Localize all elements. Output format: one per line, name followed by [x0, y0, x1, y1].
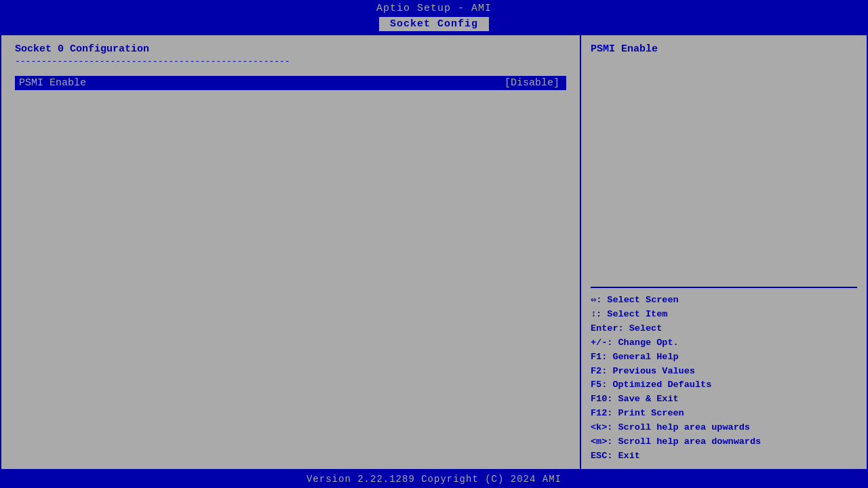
- shortcut-item: +/-: Change Opt.: [591, 336, 857, 350]
- shortcut-item: Enter: Select: [591, 322, 857, 336]
- shortcut-item: ESC: Exit: [591, 449, 857, 464]
- shortcut-item: F2: Previous Values: [591, 365, 857, 379]
- config-item-value-psmi: [Disable]: [505, 77, 562, 89]
- shortcut-item: ↕: Select Item: [591, 308, 857, 322]
- help-divider: [591, 287, 857, 288]
- shortcut-item: F5: Optimized Defaults: [591, 378, 857, 392]
- shortcut-item: F1: General Help: [591, 350, 857, 365]
- keyboard-shortcuts: ⇔: Select Screen↕: Select ItemEnter: Sel…: [591, 293, 857, 469]
- tab-bar: Socket Config: [0, 16, 868, 34]
- config-item-psmi-enable[interactable]: PSMI Enable [Disable]: [15, 76, 566, 90]
- footer: Version 2.22.1289 Copyright (C) 2024 AMI: [0, 470, 868, 488]
- help-text: PSMI Enable: [591, 43, 658, 55]
- app-title: Aptio Setup - AMI: [0, 3, 868, 14]
- version-text: Version 2.22.1289 Copyright (C) 2024 AMI: [0, 474, 868, 485]
- config-item-label-psmi: PSMI Enable: [19, 77, 505, 89]
- section-title: Socket 0 Configuration: [15, 43, 566, 55]
- shortcut-item: F12: Print Screen: [591, 407, 857, 421]
- shortcut-item: F10: Save & Exit: [591, 392, 857, 407]
- shortcut-item: <k>: Scroll help area upwards: [591, 421, 857, 435]
- main-content: Socket 0 Configuration -----------------…: [0, 34, 868, 470]
- active-tab[interactable]: Socket Config: [379, 17, 489, 31]
- top-header: Aptio Setup - AMI: [0, 0, 868, 16]
- left-panel: Socket 0 Configuration -----------------…: [1, 35, 581, 469]
- help-text-area: PSMI Enable: [591, 43, 857, 281]
- right-panel: PSMI Enable ⇔: Select Screen↕: Select It…: [581, 35, 867, 469]
- section-divider: ----------------------------------------…: [15, 56, 566, 66]
- shortcut-item: <m>: Scroll help area downwards: [591, 435, 857, 449]
- shortcut-item: ⇔: Select Screen: [591, 293, 857, 308]
